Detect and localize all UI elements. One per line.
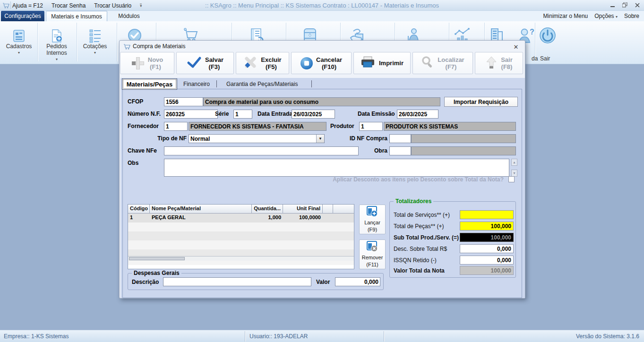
novo-button[interactable]: Novo(F1) <box>120 52 174 74</box>
serie-input[interactable]: 1 <box>233 110 252 119</box>
scroll-up-icon[interactable]: ▲ <box>511 159 517 166</box>
despesas-gerais-title: Despesas Gerais <box>132 270 181 276</box>
aplicar-desconto-label: Aplicar Desconto aos itens pelo Desconto… <box>241 176 504 183</box>
divider <box>384 331 384 342</box>
column-header-unit-final[interactable]: Unit Final <box>283 205 323 214</box>
table-row[interactable]: 1 PEÇA GERAL 1,000 100,0000 <box>128 214 354 222</box>
data-emissao-label: Data Emissão <box>358 111 395 117</box>
minimizar-o-menu-button[interactable]: Minimizar o Menu <box>543 13 588 19</box>
column-header-filler <box>333 205 354 214</box>
data-emissao-input[interactable]: 26/03/2025 <box>397 110 438 119</box>
sair-dialog-button[interactable]: Sair(F8) <box>475 52 523 74</box>
chave-nfe-label: Chave NFe <box>128 147 157 154</box>
window-controls <box>609 1 641 9</box>
valor-input[interactable]: 0,000 <box>335 277 380 286</box>
printer-icon <box>361 56 376 70</box>
table-row-empty <box>128 222 354 231</box>
obs-textarea[interactable] <box>164 159 509 177</box>
dialog-close-icon[interactable]: ✕ <box>512 43 520 51</box>
fornecedor-code-input[interactable]: 1 <box>164 122 188 131</box>
menu-item-ajuda[interactable]: Ajuda = F12 <box>12 2 43 9</box>
ribbon-tabbar: Configurações Materiais e Insumos Módulo… <box>0 11 644 21</box>
id-nf-compra-code-input[interactable] <box>389 134 411 143</box>
chevron-down-icon[interactable]: ▾ <box>140 4 142 8</box>
chevron-down-icon: ▾ <box>94 50 96 56</box>
statusbar-usuario: Usuario:: 193-ADELAR <box>249 330 308 342</box>
ribbon-button-cadastros[interactable]: Cadastros ▾ <box>3 26 35 56</box>
localizar-button[interactable]: Localizar(F7) <box>412 52 473 74</box>
total-pecas-field[interactable]: 100,000 <box>460 222 514 231</box>
totalizadores-title: Totalizadores <box>394 198 433 205</box>
opcoes-menu[interactable]: Opções ▾ <box>594 13 618 19</box>
menu-item-trocar-senha[interactable]: Trocar Senha <box>52 2 86 9</box>
column-header-nome[interactable]: Nome Peça/Material <box>150 205 252 214</box>
desconto-total-field[interactable]: 0,000 <box>460 244 514 253</box>
imprimir-button[interactable]: Imprimir <box>353 52 411 74</box>
descricao-label: Descrição <box>132 279 159 285</box>
lancar-button[interactable]: Lançar (F9) <box>359 205 386 234</box>
salvar-button[interactable]: Salvar(F3) <box>176 52 234 74</box>
cadastros-icon <box>12 26 26 43</box>
total-servicos-field[interactable] <box>460 210 514 219</box>
close-window-icon[interactable] <box>633 1 641 9</box>
items-table[interactable]: Código Nome Peça/Material Quantida... Un… <box>128 204 354 269</box>
excluir-button[interactable]: Excluir(F5) <box>236 52 289 74</box>
stop-icon <box>301 57 313 69</box>
items-table-header: Código Nome Peça/Material Quantida... Un… <box>128 205 354 214</box>
valor-total-nota-field: 100,000 <box>460 266 514 275</box>
ribbon-button-cotacoes[interactable]: Cotações ▾ <box>80 26 110 56</box>
divider <box>311 80 312 87</box>
scroll-down-icon[interactable]: ▼ <box>511 170 517 177</box>
sobre-menu[interactable]: Sobre <box>624 13 639 19</box>
sair-power-icon[interactable] <box>539 26 557 46</box>
numero-nf-input[interactable]: 260325 <box>164 110 218 119</box>
cfop-label: CFOP <box>128 98 143 105</box>
chevron-down-icon[interactable]: ▼ <box>316 135 324 143</box>
divider <box>216 80 217 87</box>
tab-materiais-pecas[interactable]: Materiais/Peças <box>122 78 177 90</box>
obra-label: Obra <box>354 147 387 154</box>
table-row-empty <box>128 240 354 249</box>
tab-configuracoes[interactable]: Configurações <box>1 11 44 21</box>
tipo-nf-label: Tipo de NF <box>128 135 187 142</box>
issqn-retido-label: ISSQN Retido (-) <box>394 257 437 264</box>
column-header-empty <box>323 205 333 214</box>
restore-window-icon[interactable] <box>621 1 629 9</box>
cfop-input[interactable]: 1556 <box>164 97 203 106</box>
scrollbar-thumb[interactable] <box>129 257 185 260</box>
data-entrada-label: Data Entrada <box>258 111 292 117</box>
horizontal-scrollbar[interactable] <box>128 256 354 261</box>
minimize-window-icon[interactable] <box>609 1 617 9</box>
menu-item-trocar-usuario[interactable]: Trocar Usuário <box>94 2 131 9</box>
sub-total-field: 100,000 <box>460 233 514 242</box>
check-icon <box>187 56 202 70</box>
obs-label: Obs <box>128 160 138 166</box>
dialog-cart-icon <box>123 43 131 52</box>
obra-code-input[interactable] <box>389 146 411 155</box>
chave-nfe-input[interactable] <box>164 146 359 155</box>
column-header-codigo[interactable]: Código <box>128 205 150 214</box>
data-entrada-input[interactable]: 26/03/2025 <box>292 110 335 119</box>
produtor-code-input[interactable]: 1 <box>359 122 383 131</box>
tab-garantia[interactable]: Garantia de Peças/Materiais <box>226 81 298 87</box>
tipo-nf-select[interactable]: Normal ▼ <box>189 134 325 143</box>
column-header-quantidade[interactable]: Quantida... <box>252 205 283 214</box>
tab-materiais-e-insumos[interactable]: Materiais e Insumos <box>46 11 107 21</box>
app-cart-icon <box>2 2 10 11</box>
cancelar-button[interactable]: Cancelar(F10) <box>291 52 352 74</box>
ribbon-sair-label[interactable]: Sair <box>540 55 550 62</box>
remover-button[interactable]: Remover (F11) <box>359 239 386 269</box>
x-icon <box>243 55 258 71</box>
tab-financeiro[interactable]: Financeiro <box>183 81 210 87</box>
descricao-input[interactable] <box>163 277 311 286</box>
sub-total-label: Sub Total Prod./Serv. (=) <box>394 234 459 241</box>
issqn-retido-field[interactable]: 0,000 <box>460 256 514 265</box>
tab-modulos[interactable]: Módulos <box>110 11 148 21</box>
aplicar-desconto-checkbox[interactable] <box>508 176 515 182</box>
ribbon-button-pedidos-internos[interactable]: Pedidos Internos ▾ <box>40 26 74 63</box>
produtor-label: Produtor <box>330 123 354 129</box>
dialog-title: Compra de Materiais <box>133 43 185 50</box>
importar-requisicao-button[interactable]: Importar Requisição <box>444 97 518 107</box>
dialog-titlebar[interactable]: Compra de Materiais <box>120 41 525 52</box>
plus-icon <box>131 57 145 70</box>
